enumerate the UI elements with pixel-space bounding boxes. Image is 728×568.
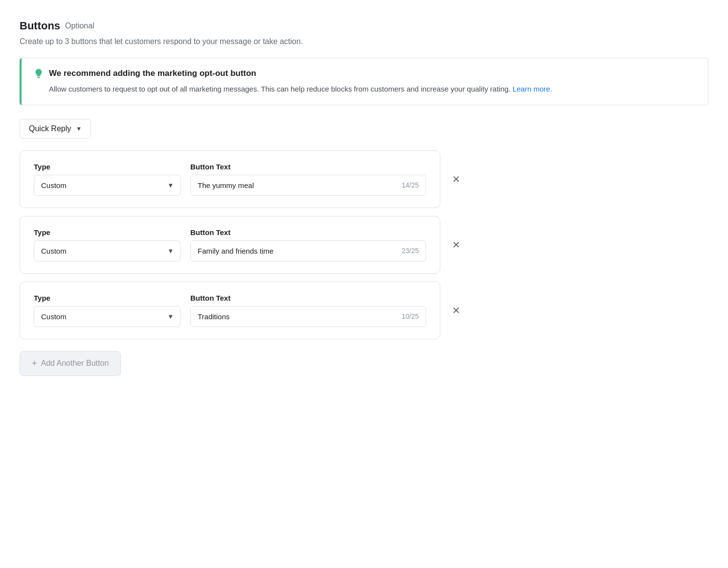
type-label-1: Type — [34, 163, 181, 171]
type-select-wrapper-1: Custom URL Phone Number ▼ — [34, 175, 181, 196]
remove-button-3[interactable]: ✕ — [448, 301, 464, 320]
type-select-wrapper-3: Custom URL Phone Number ▼ — [34, 306, 181, 327]
add-button-label: Add Another Button — [41, 359, 109, 368]
button-card-1-fields: Type Custom URL Phone Number ▼ Button Te… — [34, 163, 426, 196]
learn-more-link[interactable]: Learn more. — [513, 85, 552, 93]
button-list: Type Custom URL Phone Number ▼ Button Te… — [20, 150, 708, 339]
text-field-group-2: Button Text 23/25 — [190, 228, 426, 261]
type-field-group-2: Type Custom URL Phone Number ▼ — [34, 228, 181, 261]
text-input-1[interactable] — [191, 175, 395, 195]
button-card-3-fields: Type Custom URL Phone Number ▼ Button Te… — [34, 294, 426, 327]
text-input-2[interactable] — [191, 241, 395, 261]
char-count-1: 14/25 — [395, 181, 426, 189]
type-label-3: Type — [34, 294, 181, 302]
text-field-group-3: Button Text 10/25 — [190, 294, 426, 327]
chevron-down-icon: ▼ — [76, 125, 82, 132]
text-input-wrapper-2: 23/25 — [190, 240, 426, 261]
recommendation-title: We recommend adding the marketing opt-ou… — [49, 69, 256, 78]
type-select-2[interactable]: Custom URL Phone Number — [34, 240, 181, 261]
section-header: Buttons Optional — [20, 20, 708, 32]
type-select-3[interactable]: Custom URL Phone Number — [34, 306, 181, 327]
button-card-2: Type Custom URL Phone Number ▼ Button Te… — [20, 216, 440, 274]
text-field-group-1: Button Text 14/25 — [190, 163, 426, 196]
char-count-3: 10/25 — [395, 312, 426, 320]
char-count-2: 23/25 — [395, 247, 426, 255]
type-field-group-1: Type Custom URL Phone Number ▼ — [34, 163, 181, 196]
button-card-2-fields: Type Custom URL Phone Number ▼ Button Te… — [34, 228, 426, 261]
remove-button-1[interactable]: ✕ — [448, 169, 464, 189]
button-row-1: Type Custom URL Phone Number ▼ Button Te… — [20, 150, 708, 208]
text-input-wrapper-3: 10/25 — [190, 306, 426, 327]
lightbulb-icon — [33, 68, 44, 79]
type-select-1[interactable]: Custom URL Phone Number — [34, 175, 181, 196]
optional-label: Optional — [65, 22, 94, 30]
button-row-2: Type Custom URL Phone Number ▼ Button Te… — [20, 216, 708, 274]
text-label-1: Button Text — [190, 163, 426, 171]
button-row-3: Type Custom URL Phone Number ▼ Button Te… — [20, 282, 708, 339]
remove-button-2[interactable]: ✕ — [448, 235, 464, 255]
text-label-2: Button Text — [190, 228, 426, 237]
type-field-group-3: Type Custom URL Phone Number ▼ — [34, 294, 181, 327]
type-select-wrapper-2: Custom URL Phone Number ▼ — [34, 240, 181, 261]
recommendation-box: We recommend adding the marketing opt-ou… — [20, 58, 708, 105]
add-another-button[interactable]: + Add Another Button — [20, 351, 121, 376]
button-card-1: Type Custom URL Phone Number ▼ Button Te… — [20, 150, 440, 208]
section-title: Buttons — [20, 20, 60, 32]
text-input-wrapper-1: 14/25 — [190, 175, 426, 196]
section-description: Create up to 3 buttons that let customer… — [20, 37, 708, 46]
type-label-2: Type — [34, 228, 181, 237]
button-card-3: Type Custom URL Phone Number ▼ Button Te… — [20, 282, 440, 339]
plus-icon: + — [32, 358, 37, 369]
quick-reply-dropdown[interactable]: Quick Reply ▼ — [20, 119, 91, 139]
text-input-3[interactable] — [191, 307, 395, 327]
quick-reply-label: Quick Reply — [29, 124, 71, 133]
recommendation-body: Allow customers to request to opt out of… — [49, 84, 696, 95]
text-label-3: Button Text — [190, 294, 426, 302]
recommendation-header: We recommend adding the marketing opt-ou… — [33, 68, 696, 79]
